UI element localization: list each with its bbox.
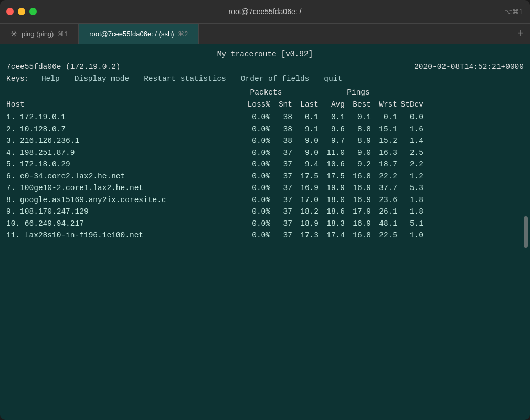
row-stdev: 5.1 — [397, 218, 423, 229]
row-avg: 17.5 — [319, 171, 345, 182]
row-last: 0.1 — [292, 111, 319, 123]
row-avg: 18.3 — [319, 218, 345, 229]
row-best: 9.2 — [345, 159, 371, 170]
key-display-mode[interactable]: Display mode — [75, 73, 129, 85]
row-avg: 19.9 — [319, 182, 345, 194]
row-last: 9.4 — [292, 159, 319, 170]
row-loss: 0.0% — [240, 159, 270, 170]
tab-ping-shortcut: ⌘1 — [58, 30, 68, 38]
tab-ping[interactable]: ✳ ping (ping) ⌘1 — [0, 24, 79, 44]
row-stdev: 2.2 — [397, 159, 423, 170]
col-host-header: Host — [6, 99, 240, 110]
new-tab-button[interactable]: + — [511, 24, 530, 44]
row-avg: 0.1 — [319, 111, 345, 123]
row-wrst: 26.1 — [371, 206, 397, 217]
col-stdev-header: StDev — [397, 99, 423, 110]
key-restart[interactable]: Restart statistics — [144, 73, 226, 85]
tab-ping-label: ping (ping) — [22, 30, 54, 38]
keys-label: Keys: — [6, 73, 38, 85]
row-last: 17.0 — [292, 194, 319, 206]
row-last: 9.0 — [292, 135, 319, 146]
table-row: 2. 10.128.0.7 0.0% 38 9.1 9.6 8.8 15.1 1… — [6, 123, 524, 135]
keys-line: Keys: Help Display mode Restart statisti… — [6, 73, 524, 85]
row-best: 16.9 — [345, 182, 371, 194]
table-row: 7. 100ge10-2.core1.lax2.he.net 0.0% 37 1… — [6, 182, 524, 194]
tab-bar: ✳ ping (ping) ⌘1 root@7cee55fda06e: / (s… — [0, 23, 530, 44]
tab-ssh-shortcut: ⌘2 — [178, 30, 188, 38]
row-stdev: 1.8 — [397, 194, 423, 206]
row-host: 11. lax28s10-in-f196.1e100.net — [6, 229, 240, 241]
row-wrst: 23.6 — [371, 194, 397, 206]
key-quit[interactable]: quit — [324, 73, 342, 85]
row-best: 16.9 — [345, 218, 371, 229]
key-order[interactable]: Order of fields — [241, 73, 310, 85]
row-snt: 37 — [270, 182, 292, 194]
section-pings: Pings — [292, 87, 397, 98]
row-snt: 38 — [270, 135, 292, 146]
row-last: 17.5 — [292, 171, 319, 182]
row-avg: 18.6 — [319, 206, 345, 217]
row-wrst: 48.1 — [371, 218, 397, 229]
row-snt: 37 — [270, 194, 292, 206]
tab-spinner-icon: ✳ — [10, 29, 17, 39]
info-line: 7cee55fda06e (172.19.0.2) 2020-02-08T14:… — [6, 61, 524, 72]
row-best: 0.1 — [345, 111, 371, 123]
section-headers: Packets Pings — [6, 87, 524, 98]
table-row: 5. 172.18.0.29 0.0% 37 9.4 10.6 9.2 18.7… — [6, 159, 524, 170]
row-wrst: 22.5 — [371, 229, 397, 241]
row-last: 9.1 — [292, 123, 319, 135]
row-avg: 9.7 — [319, 135, 345, 146]
row-loss: 0.0% — [240, 111, 270, 123]
row-loss: 0.0% — [240, 123, 270, 135]
scrollbar[interactable] — [524, 216, 528, 248]
row-last: 18.2 — [292, 206, 319, 217]
row-best: 16.8 — [345, 229, 371, 241]
table-row: 3. 216.126.236.1 0.0% 38 9.0 9.7 8.9 15.… — [6, 135, 524, 146]
col-snt-header: Snt — [270, 99, 292, 110]
row-stdev: 1.0 — [397, 229, 423, 241]
close-button[interactable] — [6, 8, 14, 15]
row-loss: 0.0% — [240, 194, 270, 206]
table-row: 10. 66.249.94.217 0.0% 37 18.9 18.3 16.9… — [6, 218, 524, 229]
table-row: 9. 108.170.247.129 0.0% 37 18.2 18.6 17.… — [6, 206, 524, 217]
col-best-header: Best — [345, 99, 371, 110]
row-host: 9. 108.170.247.129 — [6, 206, 240, 217]
hostname: 7cee55fda06e (172.19.0.2) — [6, 61, 121, 72]
row-snt: 37 — [270, 159, 292, 170]
table-row: 8. google.as15169.any2ix.coresite.c 0.0%… — [6, 194, 524, 206]
tab-ssh[interactable]: root@7cee55fda06e: / (ssh) ⌘2 — [79, 24, 199, 44]
col-wrst-header: Wrst — [371, 99, 397, 110]
row-host: 1. 172.19.0.1 — [6, 111, 240, 123]
terminal-content: My traceroute [v0.92] 7cee55fda06e (172.… — [0, 44, 530, 420]
row-best: 9.0 — [345, 147, 371, 159]
row-last: 9.0 — [292, 147, 319, 159]
row-wrst: 16.3 — [371, 147, 397, 159]
row-loss: 0.0% — [240, 135, 270, 146]
minimize-button[interactable] — [18, 8, 25, 15]
traffic-lights — [6, 8, 37, 15]
mtr-title: My traceroute [v0.92] — [6, 48, 524, 60]
section-packets: Packets — [240, 87, 292, 98]
row-best: 16.8 — [345, 171, 371, 182]
row-host: 3. 216.126.236.1 — [6, 135, 240, 146]
row-loss: 0.0% — [240, 147, 270, 159]
row-host: 2. 10.128.0.7 — [6, 123, 240, 135]
row-wrst: 15.1 — [371, 123, 397, 135]
row-wrst: 22.2 — [371, 171, 397, 182]
row-stdev: 1.6 — [397, 123, 423, 135]
row-wrst: 0.1 — [371, 111, 397, 123]
maximize-button[interactable] — [29, 8, 37, 15]
row-stdev: 1.4 — [397, 135, 423, 146]
col-avg-header: Avg — [319, 99, 345, 110]
data-rows-container: 1. 172.19.0.1 0.0% 38 0.1 0.1 0.1 0.1 0.… — [6, 111, 524, 241]
row-loss: 0.0% — [240, 206, 270, 217]
row-best: 16.9 — [345, 194, 371, 206]
row-avg: 18.0 — [319, 194, 345, 206]
key-help[interactable]: Help — [41, 73, 60, 85]
row-stdev: 5.3 — [397, 182, 423, 194]
row-wrst: 18.7 — [371, 159, 397, 170]
row-host: 8. google.as15169.any2ix.coresite.c — [6, 194, 240, 206]
row-stdev: 1.8 — [397, 206, 423, 217]
window: root@7cee55fda06e: / ⌥⌘1 ✳ ping (ping) ⌘… — [0, 0, 530, 420]
row-host: 6. e0-34.core2.lax2.he.net — [6, 171, 240, 182]
